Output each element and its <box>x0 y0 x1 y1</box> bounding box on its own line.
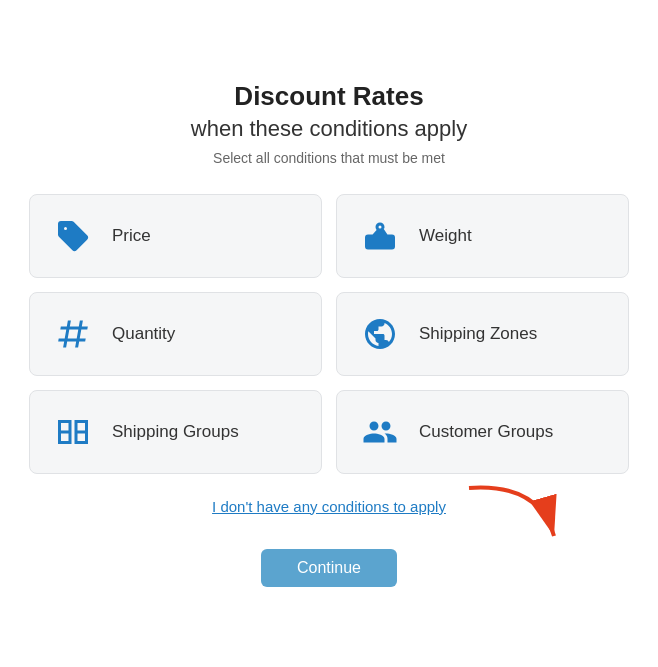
customer-groups-card[interactable]: Customer Groups <box>336 390 629 474</box>
shipping-groups-label: Shipping Groups <box>112 422 239 442</box>
weight-card[interactable]: Weight <box>336 194 629 278</box>
quantity-icon <box>52 313 94 355</box>
page-title: Discount Rates <box>234 81 423 112</box>
price-label: Price <box>112 226 151 246</box>
shipping-zones-card[interactable]: Shipping Zones <box>336 292 629 376</box>
main-container: Discount Rates when these conditions app… <box>29 81 629 587</box>
red-arrow-icon <box>459 478 569 553</box>
price-card[interactable]: Price <box>29 194 322 278</box>
page-description: Select all conditions that must be met <box>213 150 445 166</box>
continue-button[interactable]: Continue <box>261 549 397 587</box>
no-conditions-link[interactable]: I don't have any conditions to apply <box>212 498 446 515</box>
globe-icon <box>359 313 401 355</box>
price-tag-icon <box>52 215 94 257</box>
quantity-card[interactable]: Quantity <box>29 292 322 376</box>
bottom-section: I don't have any conditions to apply Con… <box>29 498 629 587</box>
customer-groups-label: Customer Groups <box>419 422 553 442</box>
conditions-grid: Price Weight Quantity <box>29 194 629 474</box>
people-icon <box>359 411 401 453</box>
boxes-icon <box>52 411 94 453</box>
shipping-zones-label: Shipping Zones <box>419 324 537 344</box>
weight-label: Weight <box>419 226 472 246</box>
page-subtitle: when these conditions apply <box>191 116 467 142</box>
link-row: I don't have any conditions to apply <box>29 498 629 533</box>
quantity-label: Quantity <box>112 324 175 344</box>
weight-icon <box>359 215 401 257</box>
shipping-groups-card[interactable]: Shipping Groups <box>29 390 322 474</box>
